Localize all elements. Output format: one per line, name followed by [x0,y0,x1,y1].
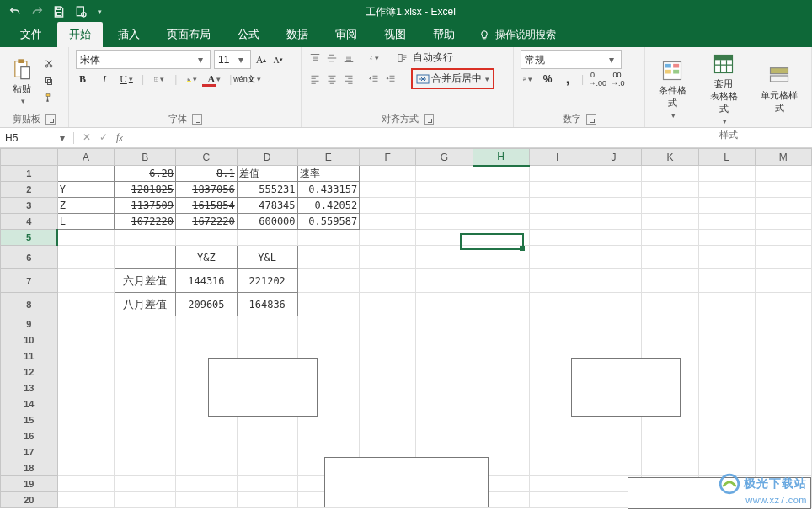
wrap-text-icon[interactable] [396,51,409,65]
row-2[interactable]: 2 [1,182,58,198]
col-C[interactable]: C [176,149,238,166]
shape-rect-3[interactable] [324,457,489,507]
tab-help[interactable]: 帮助 [421,22,467,47]
tab-file[interactable]: 文件 [8,22,54,47]
merge-center-button[interactable]: 合并后居中 ▾ [411,68,494,89]
enter-formula-icon[interactable]: ✓ [99,131,108,144]
tab-review[interactable]: 审阅 [323,22,369,47]
row-20[interactable]: 20 [1,492,58,508]
name-box[interactable]: H5▾ [0,132,74,144]
cell-styles-button[interactable]: 单元格样式 [755,62,804,116]
comma-icon[interactable]: , [561,72,574,86]
col-H[interactable]: H [473,149,529,166]
number-dialog-launcher[interactable] [586,114,596,125]
tab-formulas[interactable]: 公式 [226,22,271,47]
increase-font-icon[interactable]: A▴ [254,53,268,66]
bold-icon[interactable]: B [76,72,89,86]
tab-view[interactable]: 视图 [372,22,418,47]
decrease-decimal-icon[interactable]: .00→.0 [611,72,624,86]
col-A[interactable]: A [57,149,115,166]
qat-dropdown-icon[interactable]: ▾ [98,8,102,16]
row-9[interactable]: 9 [1,316,58,332]
italic-icon[interactable]: I [98,72,111,86]
conditional-format-button[interactable]: 条件格式▾ [652,57,693,121]
copy-icon[interactable] [42,74,56,88]
col-B[interactable]: B [115,149,176,166]
save-icon[interactable] [52,5,66,19]
decrease-font-icon[interactable]: A▾ [271,53,285,66]
underline-icon[interactable]: U▾ [120,72,133,86]
col-M[interactable]: M [755,149,811,166]
select-all-corner[interactable] [1,149,58,166]
row-18[interactable]: 18 [1,460,58,476]
fx-icon[interactable]: fx [116,131,123,144]
redo-icon[interactable] [30,5,44,19]
row-7[interactable]: 7 [1,269,58,293]
accounting-format-icon[interactable]: ▾ [521,72,534,86]
orientation-icon[interactable]: ▾ [367,51,381,65]
col-F[interactable]: F [360,149,416,166]
row-8[interactable]: 8 [1,293,58,316]
row-13[interactable]: 13 [1,380,58,396]
cancel-formula-icon[interactable]: ✕ [83,131,91,144]
tab-home[interactable]: 开始 [57,22,103,47]
cut-icon[interactable] [42,57,56,71]
increase-indent-icon[interactable] [384,72,398,86]
fill-color-icon[interactable]: ▾ [185,72,199,86]
number-format-combo[interactable]: 常规▾ [521,50,622,69]
format-painter-icon[interactable] [42,91,56,104]
row-6[interactable]: 6 [1,246,58,269]
col-D[interactable]: D [237,149,297,166]
increase-decimal-icon[interactable]: .0→.00 [590,72,604,86]
row-3[interactable]: 3 [1,198,58,214]
col-J[interactable]: J [585,149,642,166]
row-10[interactable]: 10 [1,332,58,348]
format-as-table-button[interactable]: 套用 表格格式▾ [703,50,745,127]
paste-button[interactable]: 粘贴 ▾ [7,56,37,107]
col-I[interactable]: I [529,149,585,166]
font-dialog-launcher[interactable] [192,114,202,125]
row-5[interactable]: 5 [1,230,58,246]
align-dialog-launcher[interactable] [424,114,434,125]
shape-rect-2[interactable] [571,358,681,417]
row-19[interactable]: 19 [1,476,58,492]
svg-rect-15 [665,63,671,67]
row-16[interactable]: 16 [1,428,58,444]
row-14[interactable]: 14 [1,396,58,412]
row-12[interactable]: 12 [1,364,58,380]
font-size-combo[interactable]: 11▾ [214,50,251,69]
align-right-icon[interactable] [342,72,355,86]
clipboard-dialog-launcher[interactable] [45,114,56,125]
row-1[interactable]: 1 [1,166,58,182]
row-15[interactable]: 15 [1,412,58,428]
percent-icon[interactable]: % [541,72,554,86]
borders-icon[interactable]: ▾ [152,72,166,86]
col-L[interactable]: L [698,149,755,166]
row-17[interactable]: 17 [1,444,58,460]
print-preview-icon[interactable] [74,5,88,19]
svg-rect-16 [674,63,680,67]
col-G[interactable]: G [416,149,473,166]
align-top-icon[interactable] [308,51,322,65]
tab-insert[interactable]: 插入 [106,22,152,47]
col-K[interactable]: K [642,149,698,166]
align-bottom-icon[interactable] [342,51,355,65]
phonetic-icon[interactable]: wén文▾ [240,72,254,86]
decrease-indent-icon[interactable] [367,72,381,86]
undo-icon[interactable] [8,5,22,19]
font-name-combo[interactable]: 宋体▾ [76,50,211,69]
row-11[interactable]: 11 [1,348,58,364]
wrap-text-label[interactable]: 自动换行 [413,50,453,65]
align-middle-icon[interactable] [325,51,339,65]
shape-rect-1[interactable] [208,358,318,417]
tell-me-search[interactable]: 操作说明搜索 [470,23,564,47]
align-center-icon[interactable] [325,72,339,86]
row-4[interactable]: 4 [1,214,58,230]
worksheet-grid[interactable]: A B C D E F G H I J K L M 1 6.288.1差值速率 … [0,148,812,508]
font-color-icon[interactable]: A▾ [207,72,221,86]
tab-data[interactable]: 数据 [275,22,320,47]
column-headers[interactable]: A B C D E F G H I J K L M [1,149,812,166]
align-left-icon[interactable] [308,72,322,86]
tab-layout[interactable]: 页面布局 [155,22,222,47]
col-E[interactable]: E [297,149,360,166]
